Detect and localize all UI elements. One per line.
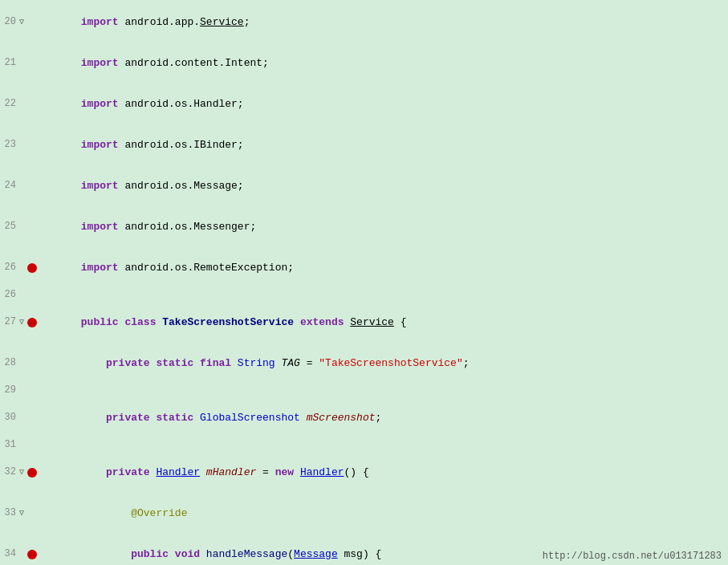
code-container: 20 ▽ import android.app.Service; 21 impo… xyxy=(0,0,728,565)
classname: TakeScreenshotService xyxy=(162,316,300,328)
code-line: 33 ▽ @Override xyxy=(0,493,728,534)
line-number: 26 xyxy=(0,288,16,302)
code-text: android.app.Service; xyxy=(124,16,250,28)
code-text: () { xyxy=(344,466,369,478)
code-content: private static GlobalScreenshot mScreens… xyxy=(40,397,728,438)
keyword: import xyxy=(81,262,125,274)
line-gutter: 29 xyxy=(0,384,40,397)
fold-icon xyxy=(18,223,26,231)
type: Handler xyxy=(156,466,200,478)
service-text: Service xyxy=(350,316,394,328)
string: "TakeScreenshotService" xyxy=(319,357,462,369)
fold-icon xyxy=(18,59,26,67)
code-line: 27 ▽ public class TakeScreenshotService … xyxy=(0,302,728,343)
keyword: import xyxy=(81,221,125,233)
code-line: 31 xyxy=(0,438,728,452)
line-number: 20 xyxy=(0,15,16,29)
line-gutter: 34 xyxy=(0,547,40,561)
code-line: 32 ▽ private Handler mHandler = new Hand… xyxy=(0,452,728,493)
code-line: 26 import android.os.RemoteException; xyxy=(0,247,728,288)
code-content: import android.os.RemoteException; xyxy=(40,247,728,288)
code-text: ; xyxy=(463,357,470,369)
code-line: 20 ▽ import android.app.Service; xyxy=(0,2,728,43)
code-content xyxy=(40,384,728,397)
line-number: 23 xyxy=(0,138,16,152)
line-gutter: 32 ▽ xyxy=(0,465,40,479)
code-content xyxy=(40,438,728,452)
breakpoint[interactable] xyxy=(27,468,37,478)
line-number: 25 xyxy=(0,220,16,234)
code-text: android.os.RemoteException; xyxy=(124,262,294,274)
code-content: private Handler mHandler = new Handler()… xyxy=(40,452,728,493)
code-content: import android.app.Service; xyxy=(40,2,728,43)
fold-icon[interactable]: ▽ xyxy=(18,319,26,327)
line-gutter: 20 ▽ xyxy=(0,15,40,29)
type: Handler xyxy=(300,466,344,478)
code-content: import android.os.Messenger; xyxy=(40,206,728,247)
line-gutter: 25 xyxy=(0,220,40,234)
keyword: public xyxy=(81,316,125,328)
code-text: android.os.Handler; xyxy=(124,98,243,110)
keyword: static xyxy=(156,412,200,424)
keyword: private xyxy=(106,466,156,478)
line-number: 26 xyxy=(0,261,16,274)
line-gutter: 22 xyxy=(0,97,40,111)
keyword: private xyxy=(106,357,156,369)
fold-icon[interactable]: ▽ xyxy=(18,510,26,518)
code-line: 26 xyxy=(0,288,728,302)
method: handleMessage xyxy=(206,548,287,560)
keyword: new xyxy=(275,466,300,478)
line-gutter: 26 xyxy=(0,288,40,302)
fold-icon xyxy=(18,360,26,368)
code-text: android.content.Intent; xyxy=(124,57,268,69)
fold-icon xyxy=(18,551,26,559)
code-text: msg) { xyxy=(338,548,382,560)
type: String xyxy=(238,357,282,369)
fold-icon[interactable]: ▽ xyxy=(18,18,26,26)
line-gutter: 33 ▽ xyxy=(0,506,40,520)
fold-icon xyxy=(18,141,26,149)
fold-icon xyxy=(18,414,26,422)
code-text xyxy=(200,466,206,478)
code-line: 30 private static GlobalScreenshot mScre… xyxy=(0,397,728,438)
code-line: 21 import android.content.Intent; xyxy=(0,43,728,83)
code-text: = xyxy=(300,357,319,369)
type: Message xyxy=(294,548,338,560)
line-number: 33 xyxy=(0,506,16,520)
breakpoint[interactable] xyxy=(27,550,37,559)
line-number: 28 xyxy=(0,356,16,370)
keyword: class xyxy=(124,316,162,328)
keyword: import xyxy=(81,57,125,69)
varname: TAG xyxy=(281,357,299,369)
line-number: 32 xyxy=(0,465,16,479)
line-number: 30 xyxy=(0,411,16,425)
code-text: ; xyxy=(376,412,382,424)
breakpoint[interactable] xyxy=(27,263,37,273)
line-gutter: 26 xyxy=(0,261,40,274)
line-gutter: 30 xyxy=(0,411,40,425)
line-number: 31 xyxy=(0,438,16,452)
keyword: import xyxy=(81,16,125,28)
code-content xyxy=(40,288,728,302)
keyword: import xyxy=(81,180,125,192)
code-text: ( xyxy=(287,548,294,560)
code-line: 28 private static final String TAG = "Ta… xyxy=(0,343,728,384)
keyword: import xyxy=(81,98,125,110)
keyword: static xyxy=(156,357,200,369)
code-line: 25 import android.os.Messenger; xyxy=(0,206,728,247)
keyword: private xyxy=(106,412,156,424)
code-text: android.os.Message; xyxy=(124,180,243,192)
keyword: public xyxy=(131,548,175,560)
line-number: 34 xyxy=(0,547,16,561)
fold-icon[interactable]: ▽ xyxy=(18,469,26,477)
line-number: 22 xyxy=(0,97,16,111)
code-content: public class TakeScreenshotService exten… xyxy=(40,302,728,343)
line-number: 27 xyxy=(0,315,16,329)
keyword: final xyxy=(200,357,238,369)
keyword: extends xyxy=(300,316,350,328)
code-text: { xyxy=(394,316,407,328)
code-text: = xyxy=(256,466,275,478)
keyword: void xyxy=(175,548,206,560)
breakpoint[interactable] xyxy=(27,318,37,327)
line-gutter: 28 xyxy=(0,356,40,370)
